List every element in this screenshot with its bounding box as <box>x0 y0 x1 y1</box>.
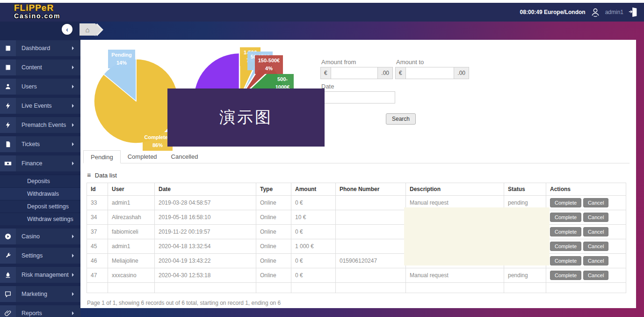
demo-watermark: 演示图 <box>167 88 325 147</box>
currency-prefix: € <box>395 67 405 79</box>
amount-from-label: Amount from <box>321 59 356 66</box>
cancel-button[interactable]: Cancel <box>583 256 608 265</box>
cell-type: Online <box>256 225 291 239</box>
username-label[interactable]: admin1 <box>605 9 623 15</box>
complete-button[interactable]: Complete <box>550 242 581 251</box>
cell-amount: 1 000 € <box>291 239 336 254</box>
chevron-right-icon <box>72 98 80 114</box>
decimals-suffix: .00 <box>378 67 393 79</box>
risk-management-icon <box>0 267 16 283</box>
amount-to-input[interactable] <box>405 67 455 79</box>
user-avatar-icon[interactable] <box>590 7 601 17</box>
sidebar-item-risk-management[interactable]: Risk management <box>0 267 80 283</box>
sidebar-item-finance[interactable]: Finance <box>0 155 80 171</box>
chevron-right-icon <box>72 286 80 302</box>
live-events-icon <box>0 98 16 114</box>
cell-id: 46 <box>87 254 108 268</box>
amount-from-input[interactable] <box>331 67 378 79</box>
sidebar-item-prematch-events[interactable]: Prematch Events <box>0 117 80 133</box>
cancel-button[interactable]: Cancel <box>583 213 608 222</box>
cell-date: 2019-05-18 16:58:10 <box>155 210 256 225</box>
chevron-right-icon <box>72 136 80 152</box>
prematch-events-icon <box>0 117 16 133</box>
sidebar-item-label: Reports <box>16 305 72 317</box>
sidebar-item-live-events[interactable]: Live Events <box>0 98 80 114</box>
cell-type: Online <box>256 210 291 225</box>
cancel-button[interactable]: Cancel <box>583 271 608 280</box>
sidebar-item-marketing[interactable]: Marketing <box>0 286 80 302</box>
clock-timezone: 08:00:49 Europe/London <box>520 9 586 15</box>
cell-actions: CompleteCancel <box>546 268 626 283</box>
cell-date: 2020-04-30 12:53:18 <box>155 268 256 283</box>
cell-date: 2020-04-19 13:43:22 <box>155 254 256 268</box>
sidebar-item-deposits[interactable]: Deposits <box>0 175 80 187</box>
cancel-button[interactable]: Cancel <box>583 227 608 236</box>
logout-icon[interactable] <box>628 7 638 18</box>
sidebar-item-label: Deposit settings <box>22 203 80 210</box>
sidebar-item-reports[interactable]: Reports <box>0 305 80 317</box>
sidebar-item-tickets[interactable]: Tickets <box>0 136 80 152</box>
cell-actions: CompleteCancel <box>546 210 626 225</box>
cancel-button[interactable]: Cancel <box>583 198 608 207</box>
sidebar-item-label: Withdrawals <box>22 191 80 197</box>
sidebar-collapse-button[interactable]: ‹ <box>62 24 72 35</box>
users-icon <box>0 79 16 95</box>
chevron-right-icon <box>72 155 80 171</box>
complete-button[interactable]: Complete <box>550 227 581 236</box>
data-list-header: ≡ Data list <box>83 168 630 183</box>
chevron-right-icon <box>72 59 80 75</box>
cell-type: Online <box>256 196 291 210</box>
sidebar-item-withdraw-settings[interactable]: Withdraw settings <box>0 213 80 225</box>
sidebar-item-label: Marketing <box>16 286 72 302</box>
tab-pending[interactable]: Pending <box>83 150 121 163</box>
cell-type: Online <box>256 239 291 254</box>
cell-phone <box>336 239 406 254</box>
pie-label-150-500: 150-500€4% <box>255 55 283 74</box>
cell-amount: 0 € <box>291 196 336 210</box>
complete-button[interactable]: Complete <box>550 271 581 280</box>
cell-amount: 10 € <box>291 210 336 225</box>
chevron-right-icon <box>72 248 80 264</box>
cell-type: Online <box>256 254 291 268</box>
column-header: Date <box>155 183 256 196</box>
cell-actions: CompleteCancel <box>546 196 626 210</box>
sidebar-item-withdrawals[interactable]: Withdrawals <box>0 187 80 200</box>
amount-to-group: € .00 <box>395 67 469 79</box>
cell-id: 37 <box>87 225 108 239</box>
column-header: User <box>108 183 155 196</box>
sidebar-item-label: Prematch Events <box>16 117 72 133</box>
complete-button[interactable]: Complete <box>550 198 581 207</box>
amount-to-label: Amount to <box>396 59 424 66</box>
sidebar-item-label: Live Events <box>16 98 72 114</box>
menu-icon[interactable]: ≡ <box>87 171 91 179</box>
chevron-right-icon <box>72 305 80 317</box>
date-input[interactable] <box>320 91 395 103</box>
sidebar-item-casino[interactable]: Casino <box>0 229 80 244</box>
complete-button[interactable]: Complete <box>550 213 581 222</box>
home-icon: ⌂ <box>85 26 89 34</box>
sidebar-item-deposit-settings[interactable]: Deposit settings <box>0 200 80 213</box>
amount-from-group: € .00 <box>320 67 393 79</box>
finance-icon <box>0 155 16 171</box>
cell-phone <box>336 225 406 239</box>
sidebar-item-label: Withdraw settings <box>22 216 80 222</box>
complete-button[interactable]: Complete <box>550 256 581 265</box>
cell-description: Manual request <box>406 268 504 283</box>
sidebar-item-users[interactable]: Users <box>0 79 80 95</box>
tab-completed[interactable]: Completed <box>121 150 164 163</box>
redaction-overlay <box>404 207 550 265</box>
column-header: Phone Number <box>336 183 406 196</box>
sidebar-item-content[interactable]: Content <box>0 59 80 75</box>
data-list-title: Data list <box>95 172 117 179</box>
casino-logo[interactable]: FLiPPeR Casino.com <box>14 3 60 19</box>
cancel-button[interactable]: Cancel <box>583 242 608 251</box>
tab-cancelled[interactable]: Cancelled <box>164 150 205 163</box>
chevron-left-icon: ‹ <box>66 26 68 33</box>
marketing-icon <box>0 286 16 302</box>
cell-phone <box>336 196 406 210</box>
sidebar-item-settings[interactable]: Settings <box>0 248 80 264</box>
search-button[interactable]: Search <box>386 113 416 125</box>
column-header: Actions <box>546 183 626 196</box>
sidebar-item-label: Settings <box>16 248 72 264</box>
sidebar-item-dashboard[interactable]: Dashboard <box>0 40 80 56</box>
